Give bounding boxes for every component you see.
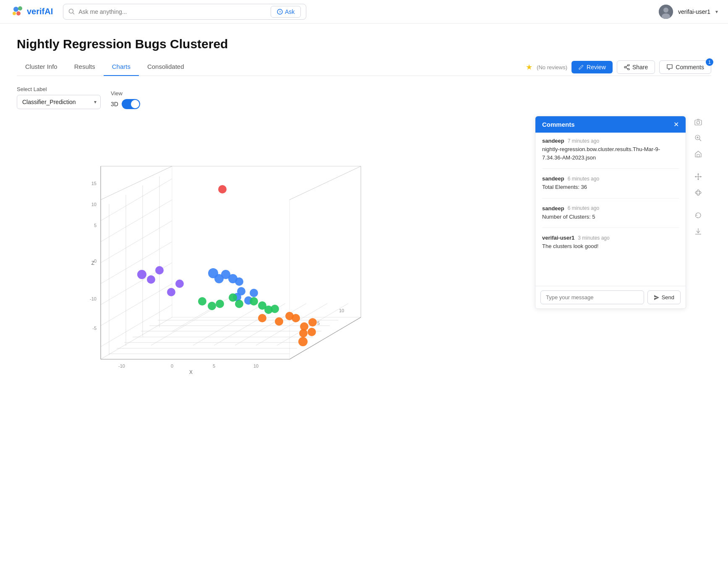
orbit-button[interactable] bbox=[692, 186, 705, 199]
comment-author: sandeep bbox=[542, 138, 564, 144]
header: verifAI ? Ask verifai-user1 ▾ bbox=[0, 0, 728, 24]
comment-icon bbox=[666, 64, 673, 71]
svg-text:5: 5 bbox=[213, 363, 215, 368]
ask-icon: ? bbox=[277, 9, 283, 15]
svg-text:10: 10 bbox=[339, 308, 344, 313]
scatter-point bbox=[308, 318, 317, 327]
svg-point-4 bbox=[69, 9, 73, 13]
comment-author: sandeep bbox=[542, 205, 564, 212]
download-icon bbox=[694, 227, 702, 235]
scatter-point bbox=[235, 300, 243, 308]
comments-label: Comments bbox=[676, 64, 704, 71]
home-icon bbox=[694, 150, 702, 158]
separator bbox=[692, 164, 705, 167]
svg-line-55 bbox=[101, 284, 172, 326]
home-button[interactable] bbox=[692, 148, 705, 160]
scatter-point bbox=[250, 289, 258, 297]
svg-line-51 bbox=[101, 200, 172, 242]
share-icon bbox=[624, 64, 630, 70]
send-button[interactable]: Send bbox=[647, 290, 681, 304]
comments-close-button[interactable]: ✕ bbox=[673, 120, 679, 128]
scatter-point bbox=[155, 266, 164, 274]
comment-time: 7 minutes ago bbox=[568, 138, 599, 144]
svg-marker-28 bbox=[700, 176, 702, 178]
tab-results[interactable]: Results bbox=[66, 58, 104, 76]
svg-text:10: 10 bbox=[91, 202, 97, 207]
comment-text: The clusters look good! bbox=[542, 242, 679, 251]
svg-point-29 bbox=[695, 191, 701, 194]
svg-text:0: 0 bbox=[94, 259, 97, 264]
share-label: Share bbox=[632, 64, 648, 71]
ask-button[interactable]: ? Ask bbox=[271, 6, 301, 18]
logo-text: verifAI bbox=[27, 7, 53, 16]
message-input[interactable] bbox=[540, 290, 644, 304]
svg-text:-5: -5 bbox=[92, 326, 97, 331]
user-name: verifai-user1 bbox=[678, 8, 710, 15]
no-reviews: (No reviews) bbox=[537, 64, 567, 71]
svg-text:-10: -10 bbox=[90, 296, 97, 301]
review-label: Review bbox=[587, 64, 606, 71]
svg-text:15: 15 bbox=[91, 181, 97, 186]
camera-button[interactable] bbox=[692, 116, 705, 128]
comments-input-area: Send bbox=[535, 286, 686, 308]
svg-point-0 bbox=[13, 7, 18, 12]
comment-badge: 1 bbox=[706, 58, 713, 66]
camera-icon bbox=[694, 118, 702, 126]
zoom-button[interactable] bbox=[692, 132, 705, 144]
zoom-icon bbox=[694, 134, 702, 142]
svg-line-50 bbox=[101, 179, 172, 221]
scatter-point bbox=[216, 300, 224, 308]
separator2 bbox=[692, 202, 705, 206]
comment-author: verifai-user1 bbox=[542, 235, 574, 241]
logo[interactable]: verifAI bbox=[10, 4, 53, 19]
svg-marker-25 bbox=[697, 173, 699, 175]
scatter-point bbox=[258, 314, 266, 322]
svg-line-15 bbox=[626, 68, 628, 69]
svg-line-52 bbox=[101, 221, 172, 263]
comment-text: Number of Clusters: 5 bbox=[542, 213, 679, 221]
chevron-down-icon[interactable]: ▾ bbox=[715, 9, 718, 15]
comments-header: Comments ✕ bbox=[535, 116, 686, 133]
scatter-point bbox=[271, 305, 279, 313]
scatter-point bbox=[292, 314, 300, 322]
page-title: Nightly Regression Bugs Clustered bbox=[17, 37, 711, 51]
pencil-icon bbox=[578, 64, 584, 70]
scatter-point bbox=[198, 297, 206, 306]
svg-line-67 bbox=[290, 166, 361, 200]
reset-icon bbox=[694, 212, 702, 219]
review-button[interactable]: Review bbox=[571, 61, 613, 73]
scatter-point bbox=[137, 270, 146, 279]
3d-toggle-group: 3D bbox=[111, 99, 140, 109]
svg-rect-22 bbox=[697, 154, 699, 157]
search-bar[interactable]: ? Ask bbox=[63, 4, 306, 20]
tab-consolidated[interactable]: Consolidated bbox=[139, 58, 193, 76]
reset-button[interactable] bbox=[692, 209, 705, 222]
download-button[interactable] bbox=[692, 225, 705, 238]
svg-line-5 bbox=[73, 13, 75, 14]
svg-text:?: ? bbox=[279, 10, 281, 14]
star-icon[interactable]: ★ bbox=[526, 63, 532, 72]
comments-title: Comments bbox=[542, 121, 575, 128]
search-input[interactable] bbox=[78, 8, 264, 15]
comment-time: 6 minutes ago bbox=[568, 176, 599, 182]
tab-cluster-info[interactable]: Cluster Info bbox=[17, 58, 66, 76]
comment-meta: sandeep 7 minutes ago bbox=[542, 138, 679, 144]
comments-button[interactable]: 1 Comments bbox=[659, 60, 711, 74]
scatter-plot[interactable]: Z X 15 10 5 0 -10 -5 -10 0 5 10 5 bbox=[17, 116, 378, 401]
comment-author: sandeep bbox=[542, 175, 564, 182]
view-label: View bbox=[111, 90, 140, 97]
share-button[interactable]: Share bbox=[617, 60, 655, 74]
svg-text:5: 5 bbox=[317, 321, 320, 326]
pan-button[interactable] bbox=[692, 170, 705, 183]
comment-meta: sandeep 6 minutes ago bbox=[542, 205, 679, 212]
svg-point-1 bbox=[18, 6, 22, 10]
svg-line-38 bbox=[193, 303, 264, 345]
tab-charts[interactable]: Charts bbox=[104, 58, 139, 76]
comment-item: sandeep 6 minutes ago Number of Clusters… bbox=[542, 205, 679, 221]
scatter-point bbox=[167, 288, 175, 296]
scatter-point bbox=[275, 317, 283, 326]
svg-point-30 bbox=[697, 190, 700, 196]
3d-toggle[interactable] bbox=[122, 99, 140, 109]
ask-label: Ask bbox=[285, 8, 295, 15]
label-select[interactable]: Classifier_Prediction True_Label Cluster… bbox=[17, 95, 101, 109]
